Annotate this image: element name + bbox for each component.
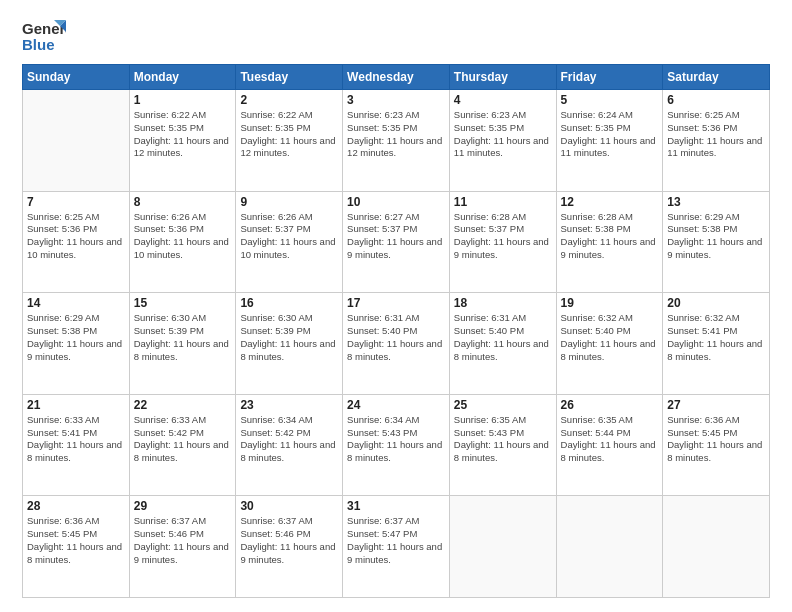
day-number: 31 [347,499,445,513]
day-info: Sunrise: 6:25 AMSunset: 5:36 PMDaylight:… [27,211,125,262]
day-number: 3 [347,93,445,107]
day-cell: 16Sunrise: 6:30 AMSunset: 5:39 PMDayligh… [236,293,343,395]
week-row-0: 1Sunrise: 6:22 AMSunset: 5:35 PMDaylight… [23,90,770,192]
weekday-header-row: SundayMondayTuesdayWednesdayThursdayFrid… [23,65,770,90]
day-cell: 18Sunrise: 6:31 AMSunset: 5:40 PMDayligh… [449,293,556,395]
day-info: Sunrise: 6:22 AMSunset: 5:35 PMDaylight:… [240,109,338,160]
day-number: 18 [454,296,552,310]
day-info: Sunrise: 6:33 AMSunset: 5:41 PMDaylight:… [27,414,125,465]
page: General Blue SundayMondayTuesdayWednesda… [0,0,792,612]
day-cell: 22Sunrise: 6:33 AMSunset: 5:42 PMDayligh… [129,394,236,496]
day-info: Sunrise: 6:32 AMSunset: 5:41 PMDaylight:… [667,312,765,363]
day-cell: 11Sunrise: 6:28 AMSunset: 5:37 PMDayligh… [449,191,556,293]
day-info: Sunrise: 6:26 AMSunset: 5:36 PMDaylight:… [134,211,232,262]
day-number: 29 [134,499,232,513]
day-info: Sunrise: 6:28 AMSunset: 5:38 PMDaylight:… [561,211,659,262]
day-cell [449,496,556,598]
day-cell [663,496,770,598]
logo-icon: General Blue [22,18,66,54]
day-number: 16 [240,296,338,310]
day-number: 17 [347,296,445,310]
day-cell: 24Sunrise: 6:34 AMSunset: 5:43 PMDayligh… [343,394,450,496]
day-info: Sunrise: 6:31 AMSunset: 5:40 PMDaylight:… [454,312,552,363]
day-cell: 26Sunrise: 6:35 AMSunset: 5:44 PMDayligh… [556,394,663,496]
week-row-4: 28Sunrise: 6:36 AMSunset: 5:45 PMDayligh… [23,496,770,598]
calendar-table: SundayMondayTuesdayWednesdayThursdayFrid… [22,64,770,598]
week-row-1: 7Sunrise: 6:25 AMSunset: 5:36 PMDaylight… [23,191,770,293]
day-number: 4 [454,93,552,107]
day-info: Sunrise: 6:35 AMSunset: 5:43 PMDaylight:… [454,414,552,465]
day-info: Sunrise: 6:37 AMSunset: 5:47 PMDaylight:… [347,515,445,566]
header: General Blue [22,18,770,54]
day-info: Sunrise: 6:23 AMSunset: 5:35 PMDaylight:… [347,109,445,160]
weekday-thursday: Thursday [449,65,556,90]
day-info: Sunrise: 6:29 AMSunset: 5:38 PMDaylight:… [667,211,765,262]
day-info: Sunrise: 6:36 AMSunset: 5:45 PMDaylight:… [27,515,125,566]
day-number: 30 [240,499,338,513]
day-cell: 30Sunrise: 6:37 AMSunset: 5:46 PMDayligh… [236,496,343,598]
day-info: Sunrise: 6:24 AMSunset: 5:35 PMDaylight:… [561,109,659,160]
day-info: Sunrise: 6:23 AMSunset: 5:35 PMDaylight:… [454,109,552,160]
day-number: 2 [240,93,338,107]
day-cell: 5Sunrise: 6:24 AMSunset: 5:35 PMDaylight… [556,90,663,192]
day-cell: 31Sunrise: 6:37 AMSunset: 5:47 PMDayligh… [343,496,450,598]
day-number: 5 [561,93,659,107]
day-cell: 2Sunrise: 6:22 AMSunset: 5:35 PMDaylight… [236,90,343,192]
weekday-tuesday: Tuesday [236,65,343,90]
day-number: 8 [134,195,232,209]
day-number: 24 [347,398,445,412]
day-info: Sunrise: 6:25 AMSunset: 5:36 PMDaylight:… [667,109,765,160]
logo: General Blue [22,18,66,54]
day-cell: 12Sunrise: 6:28 AMSunset: 5:38 PMDayligh… [556,191,663,293]
day-number: 10 [347,195,445,209]
day-info: Sunrise: 6:28 AMSunset: 5:37 PMDaylight:… [454,211,552,262]
day-info: Sunrise: 6:37 AMSunset: 5:46 PMDaylight:… [240,515,338,566]
day-number: 6 [667,93,765,107]
day-cell: 8Sunrise: 6:26 AMSunset: 5:36 PMDaylight… [129,191,236,293]
day-number: 11 [454,195,552,209]
day-cell: 4Sunrise: 6:23 AMSunset: 5:35 PMDaylight… [449,90,556,192]
day-info: Sunrise: 6:33 AMSunset: 5:42 PMDaylight:… [134,414,232,465]
day-cell: 20Sunrise: 6:32 AMSunset: 5:41 PMDayligh… [663,293,770,395]
weekday-monday: Monday [129,65,236,90]
day-number: 28 [27,499,125,513]
day-info: Sunrise: 6:31 AMSunset: 5:40 PMDaylight:… [347,312,445,363]
weekday-friday: Friday [556,65,663,90]
day-info: Sunrise: 6:34 AMSunset: 5:43 PMDaylight:… [347,414,445,465]
day-number: 23 [240,398,338,412]
day-cell: 9Sunrise: 6:26 AMSunset: 5:37 PMDaylight… [236,191,343,293]
day-cell [556,496,663,598]
day-cell: 17Sunrise: 6:31 AMSunset: 5:40 PMDayligh… [343,293,450,395]
week-row-3: 21Sunrise: 6:33 AMSunset: 5:41 PMDayligh… [23,394,770,496]
weekday-wednesday: Wednesday [343,65,450,90]
day-number: 26 [561,398,659,412]
day-number: 21 [27,398,125,412]
weekday-sunday: Sunday [23,65,130,90]
day-cell: 28Sunrise: 6:36 AMSunset: 5:45 PMDayligh… [23,496,130,598]
day-info: Sunrise: 6:26 AMSunset: 5:37 PMDaylight:… [240,211,338,262]
day-info: Sunrise: 6:32 AMSunset: 5:40 PMDaylight:… [561,312,659,363]
day-number: 15 [134,296,232,310]
day-cell: 15Sunrise: 6:30 AMSunset: 5:39 PMDayligh… [129,293,236,395]
day-cell: 1Sunrise: 6:22 AMSunset: 5:35 PMDaylight… [129,90,236,192]
week-row-2: 14Sunrise: 6:29 AMSunset: 5:38 PMDayligh… [23,293,770,395]
weekday-saturday: Saturday [663,65,770,90]
day-cell: 14Sunrise: 6:29 AMSunset: 5:38 PMDayligh… [23,293,130,395]
day-cell [23,90,130,192]
day-info: Sunrise: 6:22 AMSunset: 5:35 PMDaylight:… [134,109,232,160]
day-info: Sunrise: 6:34 AMSunset: 5:42 PMDaylight:… [240,414,338,465]
day-cell: 27Sunrise: 6:36 AMSunset: 5:45 PMDayligh… [663,394,770,496]
day-info: Sunrise: 6:27 AMSunset: 5:37 PMDaylight:… [347,211,445,262]
day-cell: 19Sunrise: 6:32 AMSunset: 5:40 PMDayligh… [556,293,663,395]
day-cell: 25Sunrise: 6:35 AMSunset: 5:43 PMDayligh… [449,394,556,496]
day-info: Sunrise: 6:30 AMSunset: 5:39 PMDaylight:… [134,312,232,363]
day-number: 1 [134,93,232,107]
svg-text:Blue: Blue [22,36,55,53]
day-info: Sunrise: 6:36 AMSunset: 5:45 PMDaylight:… [667,414,765,465]
day-number: 19 [561,296,659,310]
day-number: 20 [667,296,765,310]
day-cell: 10Sunrise: 6:27 AMSunset: 5:37 PMDayligh… [343,191,450,293]
day-number: 25 [454,398,552,412]
day-number: 7 [27,195,125,209]
day-info: Sunrise: 6:29 AMSunset: 5:38 PMDaylight:… [27,312,125,363]
